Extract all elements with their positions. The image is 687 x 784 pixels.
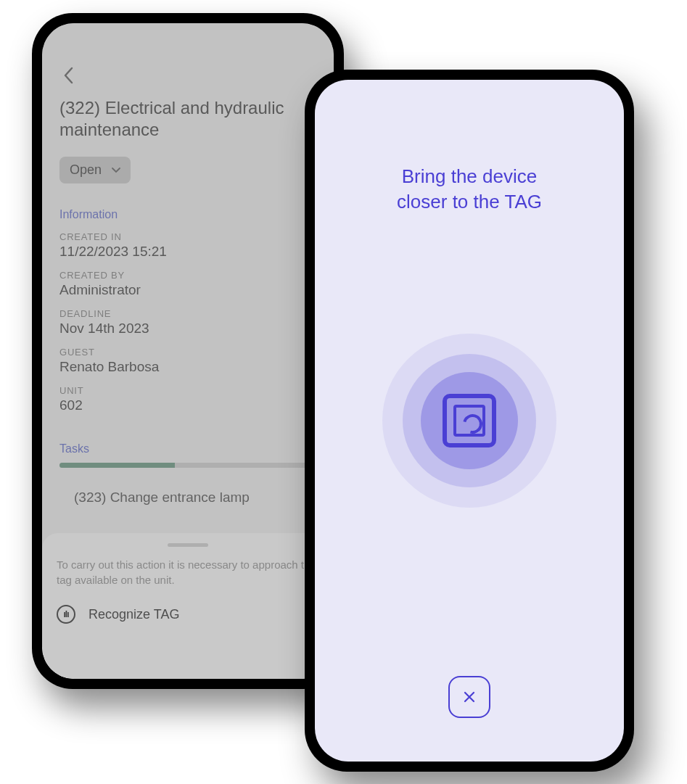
nfc-pulse: [382, 334, 556, 508]
tasks-section-label: Tasks: [59, 442, 316, 455]
task-item[interactable]: (323) Change entrance lamp: [59, 490, 316, 506]
deadline-value: Nov 14th 2023: [59, 321, 316, 337]
phone-back: (322) Electrical and hydraulic maintenan…: [32, 13, 344, 689]
close-icon: [464, 691, 475, 703]
bottom-sheet: To carry out this action it is necessary…: [42, 533, 334, 679]
page-title: (322) Electrical and hydraulic maintenan…: [59, 97, 316, 141]
deadline-label: DEADLINE: [59, 308, 316, 319]
status-value: Open: [70, 162, 102, 178]
created-by-value: Administrator: [59, 282, 316, 298]
created-in-value: 11/22/2023 15:21: [59, 244, 316, 260]
phone-front-screen: Bring the device closer to the TAG: [315, 80, 624, 762]
phone-front: Bring the device closer to the TAG: [305, 70, 634, 772]
status-dropdown[interactable]: Open: [59, 157, 131, 183]
tasks-progress-fill: [59, 463, 175, 468]
tasks-progress: [59, 463, 316, 468]
created-in-label: CREATED IN: [59, 231, 316, 242]
guest-label: GUEST: [59, 347, 316, 358]
chevron-down-icon: [112, 168, 120, 173]
nfc-prompt-title: Bring the device closer to the TAG: [315, 164, 624, 215]
guest-value: Renato Barbosa: [59, 359, 316, 375]
created-by-label: CREATED BY: [59, 270, 316, 281]
nfc-small-icon: ıIı: [57, 605, 75, 624]
recognize-tag-button[interactable]: ıIı Recognize TAG: [57, 601, 319, 628]
nfc-icon: [443, 394, 496, 447]
recognize-tag-label: Recognize TAG: [89, 607, 179, 622]
back-button[interactable]: [59, 67, 77, 84]
phone-back-screen: (322) Electrical and hydraulic maintenan…: [42, 23, 334, 679]
unit-value: 602: [59, 397, 316, 413]
unit-label: UNIT: [59, 385, 316, 396]
close-button[interactable]: [448, 676, 490, 718]
sheet-drag-handle[interactable]: [168, 543, 208, 547]
sheet-info-text: To carry out this action it is necessary…: [57, 557, 319, 587]
info-section-label: Information: [59, 208, 316, 221]
